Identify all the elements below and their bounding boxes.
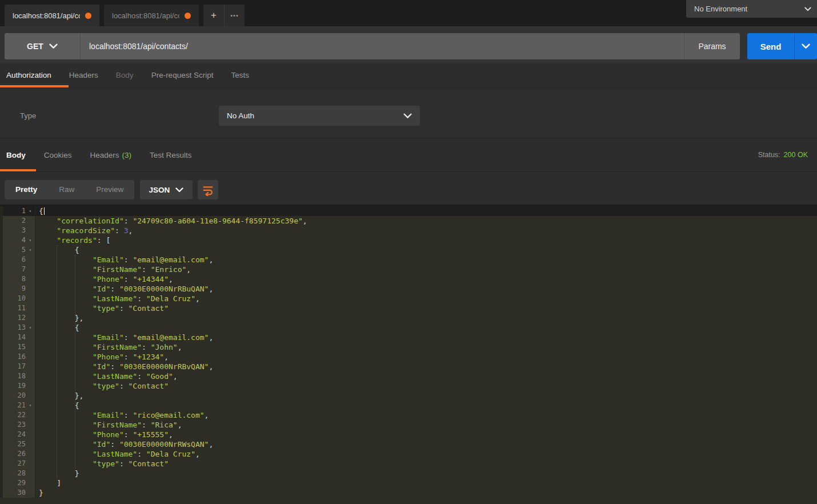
- line-gutter: 10: [0, 294, 35, 303]
- view-mode-pretty[interactable]: Pretty: [5, 180, 48, 199]
- fold-caret-icon[interactable]: ▾: [26, 206, 35, 216]
- view-mode-preview[interactable]: Preview: [85, 180, 134, 199]
- code-text: "Phone": "+15555",: [35, 430, 817, 439]
- code-line: 26 "LastName": "Dela Cruz",: [0, 449, 817, 459]
- tab-response-headers[interactable]: Headers(3): [90, 151, 132, 159]
- code-line: 25 "Id": "0030E00000NrRWsQAN",: [0, 439, 817, 449]
- code-text: ]: [35, 478, 817, 488]
- code-text: "type": "Contact": [35, 459, 817, 469]
- url-input[interactable]: localhost:8081/api/contacts/: [81, 42, 684, 51]
- send-split-button: Send: [747, 33, 817, 59]
- request-url-band: GET localhost:8081/api/contacts/ Params …: [0, 26, 817, 63]
- wrap-text-button[interactable]: [198, 180, 218, 199]
- line-number: 24: [3, 430, 26, 439]
- code-line: 11 "type": "Contact": [0, 303, 817, 313]
- send-button[interactable]: Send: [747, 33, 794, 59]
- line-gutter: 18: [0, 371, 35, 381]
- line-number: 15: [3, 342, 26, 352]
- line-number: 16: [3, 352, 26, 362]
- fold-caret-icon: [26, 430, 35, 439]
- new-tab-button[interactable]: +: [203, 5, 224, 26]
- line-gutter: 2: [0, 216, 35, 226]
- tab-authorization[interactable]: Authorization: [6, 71, 51, 79]
- line-number: 17: [3, 362, 26, 371]
- params-button[interactable]: Params: [684, 33, 740, 59]
- line-number: 27: [3, 459, 26, 469]
- code-line: 24 "Phone": "+15555",: [0, 430, 817, 439]
- fold-caret-icon[interactable]: ▾: [26, 245, 35, 255]
- request-tab-1[interactable]: localhost:8081/api/contacts/: [5, 5, 99, 26]
- tab-tests[interactable]: Tests: [231, 71, 249, 79]
- code-line: 13▾ {: [0, 323, 817, 333]
- code-text: "FirstName": "Rica",: [35, 420, 817, 430]
- line-number: 19: [3, 381, 26, 391]
- status-label: Status:: [758, 151, 780, 159]
- line-number: 25: [3, 439, 26, 449]
- chevron-down-icon: [175, 187, 183, 193]
- code-text: "FirstName": "Enrico",: [35, 265, 817, 274]
- line-number: 3: [3, 226, 26, 235]
- response-section-tabs: Body Cookies Headers(3) Test Results Sta…: [0, 138, 817, 171]
- fold-caret-icon[interactable]: ▾: [26, 235, 35, 245]
- request-section-tabs: Authorization Headers Body Pre-request S…: [0, 63, 817, 88]
- url-toolbar: GET localhost:8081/api/contacts/ Params: [5, 33, 740, 59]
- fold-caret-icon: [26, 226, 35, 235]
- line-number: 20: [3, 391, 26, 401]
- code-line: 10 "LastName": "Dela Cruz",: [0, 294, 817, 303]
- line-gutter: 9: [0, 284, 35, 294]
- tab-pre-request-script[interactable]: Pre-request Script: [151, 71, 214, 79]
- code-line: 15 "FirstName": "John",: [0, 342, 817, 352]
- fold-caret-icon: [26, 488, 35, 498]
- view-mode-raw[interactable]: Raw: [48, 180, 85, 199]
- language-dropdown[interactable]: JSON: [140, 180, 193, 199]
- tab-headers[interactable]: Headers: [69, 71, 98, 79]
- line-number: 18: [3, 371, 26, 381]
- response-body-editor[interactable]: 1▾{2 "correlationId": "24709c80-a604-11e…: [0, 205, 817, 504]
- environment-selector[interactable]: No Environment: [686, 0, 817, 18]
- fold-caret-icon[interactable]: ▾: [26, 401, 35, 410]
- fold-caret-icon: [26, 391, 35, 401]
- code-line: 12 },: [0, 313, 817, 323]
- code-text: "type": "Contact": [35, 381, 817, 391]
- line-number: 21: [3, 401, 26, 410]
- authorization-panel: Type No Auth: [0, 88, 817, 138]
- line-gutter: 29: [0, 478, 35, 488]
- line-gutter: 5▾: [0, 245, 35, 255]
- fold-caret-icon: [26, 410, 35, 420]
- code-line: 23 "FirstName": "Rica",: [0, 420, 817, 430]
- auth-type-value: No Auth: [227, 111, 254, 120]
- tab-cookies[interactable]: Cookies: [44, 151, 72, 159]
- unsaved-dot-icon: [85, 13, 91, 19]
- tab-body[interactable]: Body: [116, 71, 134, 79]
- chevron-down-icon: [49, 43, 58, 49]
- line-number: 6: [3, 255, 26, 265]
- code-line: 29 ]: [0, 478, 817, 488]
- method-selector[interactable]: GET: [5, 33, 81, 59]
- code-text: "Email": "email@email.com",: [35, 255, 817, 265]
- method-value: GET: [27, 42, 43, 51]
- fold-caret-icon: [26, 459, 35, 469]
- code-line: 30}: [0, 488, 817, 498]
- code-line: 2 "correlationId": "24709c80-a604-11e8-9…: [0, 216, 817, 226]
- line-gutter: 4▾: [0, 235, 35, 245]
- request-tab-2[interactable]: localhost:8081/api/contacts/: [104, 5, 199, 26]
- line-number: 26: [3, 449, 26, 459]
- tab-test-results[interactable]: Test Results: [150, 151, 192, 159]
- line-gutter: 22: [0, 410, 35, 420]
- tab-response-body[interactable]: Body: [6, 151, 26, 159]
- code-line: 19 "type": "Contact": [0, 381, 817, 391]
- code-line: 3 "reacordSize": 3,: [0, 226, 817, 235]
- more-tabs-button[interactable]: •••: [224, 5, 245, 26]
- line-number: 14: [3, 333, 26, 342]
- fold-caret-icon[interactable]: ▾: [26, 323, 35, 333]
- code-text: }: [35, 488, 817, 498]
- auth-type-dropdown[interactable]: No Auth: [219, 106, 420, 126]
- line-gutter: 17: [0, 362, 35, 371]
- line-number: 23: [3, 420, 26, 430]
- code-line: 22 "Email": "rico@email.com",: [0, 410, 817, 420]
- environment-value: No Environment: [694, 5, 747, 13]
- code-line: 17 "Id": "0030E00000NrRBvQAN",: [0, 362, 817, 371]
- text-cursor: [44, 207, 45, 215]
- code-text: "Id": "0030E00000NrRBuQAN",: [35, 284, 817, 294]
- send-options-button[interactable]: [794, 33, 817, 59]
